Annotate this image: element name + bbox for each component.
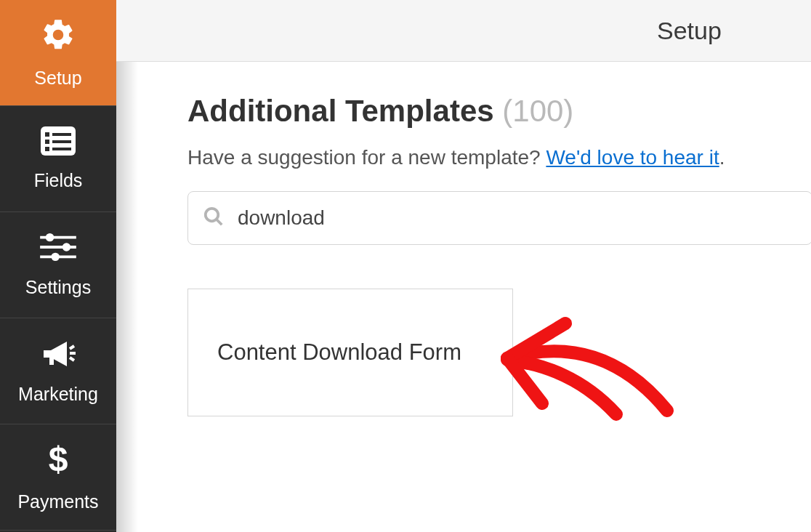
templates-heading: Additional Templates (100): [187, 94, 811, 129]
svg-rect-5: [45, 147, 49, 151]
search-box[interactable]: [187, 191, 811, 245]
search-input[interactable]: [238, 206, 797, 230]
svg-point-10: [62, 243, 70, 251]
sidebar-item-label: Payments: [17, 491, 98, 512]
shadow-strip: [116, 62, 138, 532]
svg-rect-13: [49, 358, 54, 365]
subtitle-suffix: .: [719, 146, 725, 169]
dollar-icon: $: [47, 442, 69, 480]
svg-text:$: $: [49, 442, 68, 477]
svg-point-12: [51, 253, 59, 261]
suggestion-link[interactable]: We'd love to hear it: [546, 146, 719, 169]
subtitle-prefix: Have a suggestion for a new template?: [187, 146, 546, 169]
sidebar-item-label: Fields: [34, 170, 83, 191]
subtitle: Have a suggestion for a new template? We…: [187, 146, 811, 169]
svg-point-8: [46, 233, 54, 241]
list-icon: [40, 126, 76, 158]
sidebar-item-setup[interactable]: Setup: [0, 0, 116, 106]
svg-rect-3: [45, 140, 49, 144]
sidebar: Setup Fields Settings Marketing $ Paymen…: [0, 0, 116, 532]
page-title: Setup: [657, 17, 722, 45]
search-icon: [203, 206, 225, 230]
svg-rect-2: [52, 133, 71, 136]
template-card-content-download[interactable]: Content Download Form: [187, 289, 513, 416]
heading-text: Additional Templates: [187, 94, 494, 128]
svg-rect-4: [52, 140, 71, 143]
topbar: Setup: [116, 0, 811, 62]
sidebar-item-label: Setup: [34, 68, 81, 89]
sidebar-item-payments[interactable]: $ Payments: [0, 424, 116, 531]
svg-line-16: [217, 219, 222, 225]
sidebar-item-label: Marketing: [18, 384, 98, 405]
heading-count: (100): [502, 94, 573, 128]
sliders-icon: [39, 232, 77, 265]
gear-icon: [40, 17, 76, 56]
sidebar-item-marketing[interactable]: Marketing: [0, 318, 116, 424]
sidebar-item-settings[interactable]: Settings: [0, 212, 116, 318]
svg-point-15: [206, 209, 219, 222]
svg-rect-6: [52, 148, 71, 150]
main-panel: Additional Templates (100) Have a sugges…: [142, 62, 811, 532]
svg-rect-1: [45, 132, 49, 137]
template-name: Content Download Form: [217, 336, 461, 369]
megaphone-icon: [40, 337, 76, 372]
sidebar-item-label: Settings: [25, 277, 91, 298]
sidebar-item-fields[interactable]: Fields: [0, 106, 116, 212]
